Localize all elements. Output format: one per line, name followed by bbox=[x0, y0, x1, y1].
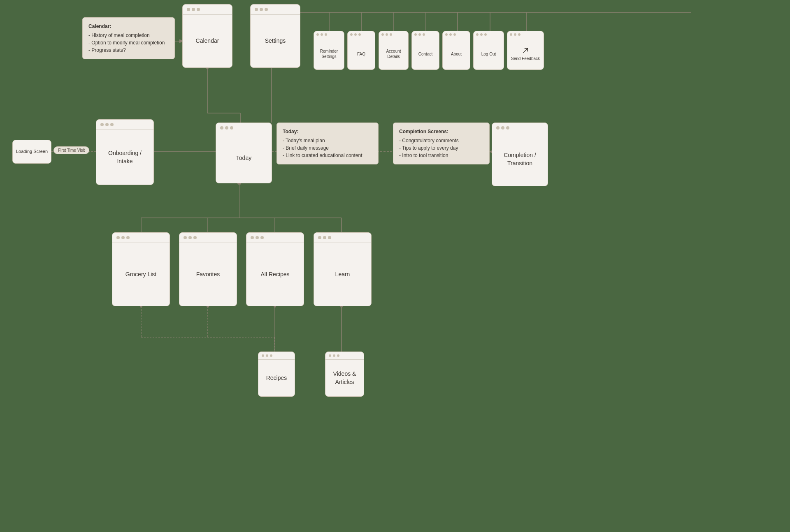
onboarding-screen-card: Onboarding / Intake bbox=[96, 119, 154, 185]
send-feedback-card: Send Feedback bbox=[507, 31, 544, 70]
faq-card: FAQ bbox=[347, 31, 375, 70]
grocery-list-card: Grocery List bbox=[112, 232, 170, 306]
settings-label: Settings bbox=[265, 37, 286, 45]
today-annotation: Today: - Today's meal plan - Brief daily… bbox=[276, 123, 379, 164]
contact-label: Contact bbox=[418, 51, 432, 57]
recipes-label: Recipes bbox=[266, 374, 287, 382]
today-annotation-item3: - Link to curated educational content bbox=[283, 152, 372, 159]
today-label: Today bbox=[236, 154, 251, 162]
loading-screen-card: Loading Screen bbox=[12, 140, 51, 164]
logout-label: Log Out bbox=[481, 51, 496, 57]
today-screen-card: Today bbox=[216, 123, 272, 183]
videos-articles-label: Videos & Articles bbox=[330, 370, 359, 386]
completion-annotation-item3: - Intro to tool transition bbox=[399, 152, 483, 159]
completion-annotation: Completion Screens: - Congratulatory com… bbox=[393, 123, 490, 164]
contact-card: Contact bbox=[411, 31, 439, 70]
today-annotation-item1: - Today's meal plan bbox=[283, 137, 372, 144]
learn-label: Learn bbox=[335, 271, 350, 279]
reminder-settings-label: ReminderSettings bbox=[320, 49, 338, 59]
favorites-card: Favorites bbox=[179, 232, 237, 306]
account-details-card: AccountDetails bbox=[379, 31, 409, 70]
today-annotation-title: Today: bbox=[283, 128, 372, 135]
all-recipes-label: All Recipes bbox=[260, 271, 289, 279]
about-card: About bbox=[442, 31, 470, 70]
svg-line-39 bbox=[523, 48, 528, 53]
recipes-card: Recipes bbox=[258, 352, 295, 397]
calendar-annotation: Calendar: - History of meal completion -… bbox=[82, 17, 175, 59]
onboarding-label: Onboarding / Intake bbox=[101, 149, 149, 165]
completion-label: Completion / Transition bbox=[497, 151, 543, 167]
calendar-annotation-item1: - History of meal completion bbox=[88, 32, 169, 39]
completion-annotation-title: Completion Screens: bbox=[399, 128, 483, 135]
calendar-annotation-title: Calendar: bbox=[88, 23, 169, 30]
first-time-visit-label: First Time Visit bbox=[53, 146, 89, 154]
all-recipes-card: All Recipes bbox=[246, 232, 304, 306]
settings-screen-card: Settings bbox=[250, 4, 300, 68]
calendar-annotation-item2: - Option to modify meal completion bbox=[88, 39, 169, 46]
logout-card: Log Out bbox=[473, 31, 504, 70]
calendar-screen-card: Calendar bbox=[182, 4, 232, 68]
completion-annotation-item1: - Congratulatory comments bbox=[399, 137, 483, 144]
calendar-annotation-item3: - Progress stats? bbox=[88, 46, 169, 54]
grocery-list-label: Grocery List bbox=[125, 271, 156, 279]
account-details-label: AccountDetails bbox=[386, 49, 401, 59]
today-annotation-item2: - Brief daily message bbox=[283, 144, 372, 152]
send-feedback-label: Send Feedback bbox=[511, 56, 540, 61]
completion-annotation-item2: - Tips to apply to every day bbox=[399, 144, 483, 152]
loading-screen-label: Loading Screen bbox=[16, 148, 48, 155]
faq-label: FAQ bbox=[357, 51, 365, 57]
calendar-label: Calendar bbox=[196, 37, 219, 45]
completion-screen-card: Completion / Transition bbox=[492, 123, 548, 186]
learn-card: Learn bbox=[314, 232, 372, 306]
favorites-label: Favorites bbox=[196, 271, 220, 279]
videos-articles-card: Videos & Articles bbox=[325, 352, 364, 397]
reminder-settings-card: ReminderSettings bbox=[314, 31, 344, 70]
about-label: About bbox=[451, 51, 462, 57]
